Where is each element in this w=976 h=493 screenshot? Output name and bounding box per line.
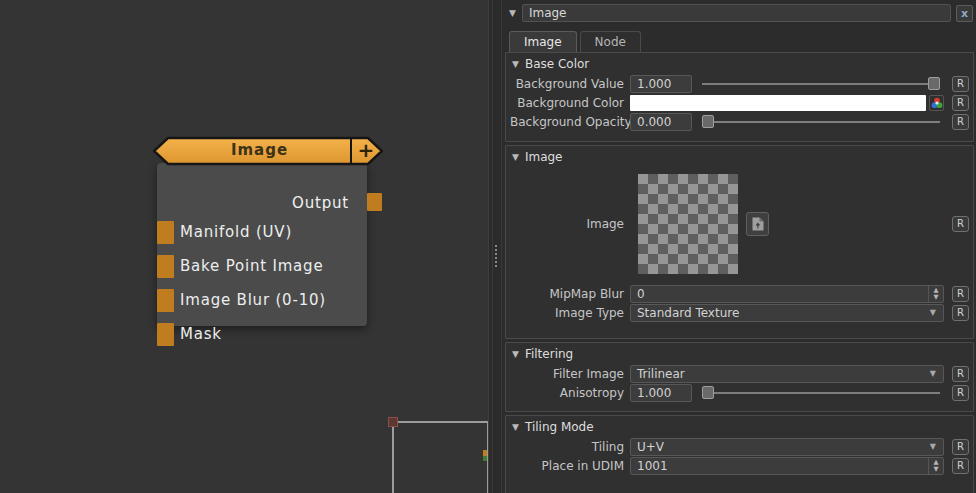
input-port[interactable] bbox=[157, 255, 174, 278]
slider-track[interactable] bbox=[702, 83, 940, 85]
place-in-udim-spinner[interactable]: ▲▼ bbox=[928, 458, 943, 474]
reset-button[interactable]: R bbox=[952, 458, 969, 474]
section-header[interactable]: ▼ Tiling Mode bbox=[506, 416, 973, 436]
tab-image[interactable]: Image bbox=[509, 31, 577, 52]
anisotropy-row: Anisotropy 1.000 R bbox=[510, 385, 969, 401]
background-opacity-slider[interactable] bbox=[702, 115, 940, 129]
background-color-swatch[interactable] bbox=[630, 95, 926, 111]
section-header[interactable]: ▼ Base Color bbox=[506, 53, 973, 73]
input-port-label: Image Blur (0-10) bbox=[180, 291, 326, 309]
slider-handle[interactable] bbox=[928, 77, 940, 90]
background-value-slider[interactable] bbox=[702, 77, 940, 91]
reset-button[interactable]: R bbox=[952, 286, 969, 302]
input-row-bake-point: Bake Point Image bbox=[157, 255, 367, 278]
load-image-button[interactable] bbox=[746, 212, 769, 236]
frame-corner-handle[interactable] bbox=[388, 417, 398, 427]
collapse-triangle-icon[interactable]: ▼ bbox=[509, 8, 516, 18]
image-node-body[interactable]: Output Manifold (UV) Bake Point Image Im… bbox=[157, 163, 367, 326]
collapse-triangle-icon: ▼ bbox=[512, 349, 519, 359]
splitter-line bbox=[492, 0, 493, 493]
reset-button[interactable]: R bbox=[952, 439, 969, 455]
section-title: Image bbox=[525, 150, 563, 164]
node-header[interactable]: Image + bbox=[153, 136, 383, 166]
node-graph-canvas[interactable]: Output Manifold (UV) Bake Point Image Im… bbox=[0, 0, 488, 493]
color-picker-button[interactable] bbox=[929, 95, 944, 111]
slider-handle[interactable] bbox=[702, 386, 714, 399]
background-value-label: Background Value bbox=[510, 77, 630, 91]
input-ports: Manifold (UV) Bake Point Image Image Blu… bbox=[157, 221, 367, 357]
section-tiling-mode: ▼ Tiling Mode Tiling U+V ▼ R Place in UD… bbox=[505, 415, 974, 493]
reset-button[interactable]: R bbox=[952, 385, 969, 401]
background-value-field[interactable]: 1.000 bbox=[630, 75, 692, 93]
reset-button[interactable]: R bbox=[952, 366, 969, 382]
image-thumbnail-row: Image R bbox=[510, 174, 969, 274]
input-port[interactable] bbox=[157, 323, 174, 346]
output-row: Output bbox=[157, 194, 367, 218]
mipmap-blur-spinner[interactable]: ▲▼ bbox=[928, 286, 943, 302]
partial-frame-node[interactable] bbox=[392, 421, 489, 493]
slider-track[interactable] bbox=[702, 392, 940, 394]
reset-button[interactable]: R bbox=[952, 114, 969, 130]
tab-node[interactable]: Node bbox=[580, 31, 641, 52]
section-header[interactable]: ▼ Image bbox=[506, 146, 973, 166]
background-value-row: Background Value 1.000 R bbox=[510, 76, 969, 92]
reset-button[interactable]: R bbox=[952, 95, 969, 111]
input-port[interactable] bbox=[157, 289, 174, 312]
file-upload-icon bbox=[751, 216, 765, 232]
splitter-line bbox=[501, 0, 502, 493]
place-in-udim-field[interactable]: 1001 bbox=[630, 457, 944, 475]
image-type-dropdown[interactable]: Standard Texture bbox=[630, 304, 944, 322]
splitter-grip-icon[interactable] bbox=[495, 245, 497, 269]
section-image: ▼ Image Image R MipMap Blur 0 ▲▼ R bbox=[505, 145, 974, 339]
background-opacity-field[interactable]: 0.000 bbox=[630, 113, 692, 131]
background-color-row: Background Color R bbox=[510, 95, 969, 111]
collapse-triangle-icon: ▼ bbox=[512, 152, 519, 162]
place-in-udim-row: Place in UDIM 1001 ▲▼ R bbox=[510, 458, 969, 474]
slider-handle[interactable] bbox=[702, 115, 714, 128]
section-title: Base Color bbox=[525, 57, 589, 71]
input-port-label: Manifold (UV) bbox=[180, 223, 292, 241]
anisotropy-label: Anisotropy bbox=[510, 386, 630, 400]
frame-port-green bbox=[483, 456, 487, 461]
section-title: Tiling Mode bbox=[525, 420, 594, 434]
panel-tabbar: Image Node bbox=[503, 26, 976, 52]
anisotropy-slider[interactable] bbox=[702, 386, 940, 400]
mipmap-blur-field[interactable]: 0 bbox=[630, 285, 944, 303]
filter-image-row: Filter Image Trilinear ▼ R bbox=[510, 366, 969, 382]
add-output-button[interactable]: + bbox=[351, 136, 381, 166]
output-port-label: Output bbox=[292, 194, 349, 212]
image-label: Image bbox=[510, 217, 630, 231]
collapse-triangle-icon: ▼ bbox=[512, 422, 519, 432]
image-type-label: Image Type bbox=[510, 306, 630, 320]
anisotropy-field[interactable]: 1.000 bbox=[630, 384, 692, 402]
panel-title-field[interactable]: Image bbox=[522, 4, 951, 22]
reset-button[interactable]: R bbox=[952, 76, 969, 92]
place-in-udim-label: Place in UDIM bbox=[510, 459, 630, 473]
section-base-color: ▼ Base Color Background Value 1.000 R Ba… bbox=[505, 52, 974, 142]
tiling-row: Tiling U+V ▼ R bbox=[510, 439, 969, 455]
close-panel-button[interactable]: x bbox=[956, 5, 973, 22]
input-row-manifold: Manifold (UV) bbox=[157, 221, 367, 244]
output-port[interactable] bbox=[367, 193, 382, 211]
mipmap-blur-label: MipMap Blur bbox=[510, 287, 630, 301]
panel-titlebar: ▼ Image x bbox=[503, 0, 976, 26]
section-filtering: ▼ Filtering Filter Image Trilinear ▼ R A… bbox=[505, 342, 974, 412]
input-port[interactable] bbox=[157, 221, 174, 244]
background-opacity-row: Background Opacity 0.000 R bbox=[510, 114, 969, 130]
tiling-dropdown[interactable]: U+V bbox=[630, 438, 944, 456]
mipmap-blur-row: MipMap Blur 0 ▲▼ R bbox=[510, 286, 969, 302]
section-header[interactable]: ▼ Filtering bbox=[506, 343, 973, 363]
image-thumbnail[interactable] bbox=[638, 174, 738, 274]
node-title: Image bbox=[168, 136, 351, 166]
slider-track[interactable] bbox=[702, 121, 940, 123]
collapse-triangle-icon: ▼ bbox=[512, 59, 519, 69]
spin-down-icon[interactable]: ▼ bbox=[934, 466, 939, 473]
panel-splitter[interactable] bbox=[488, 0, 503, 493]
reset-button[interactable]: R bbox=[952, 305, 969, 321]
reset-button[interactable]: R bbox=[952, 216, 969, 232]
filter-image-dropdown[interactable]: Trilinear bbox=[630, 365, 944, 383]
spin-down-icon[interactable]: ▼ bbox=[934, 294, 939, 301]
input-row-mask: Mask bbox=[157, 323, 367, 346]
background-color-label: Background Color bbox=[510, 96, 630, 110]
section-title: Filtering bbox=[525, 347, 573, 361]
